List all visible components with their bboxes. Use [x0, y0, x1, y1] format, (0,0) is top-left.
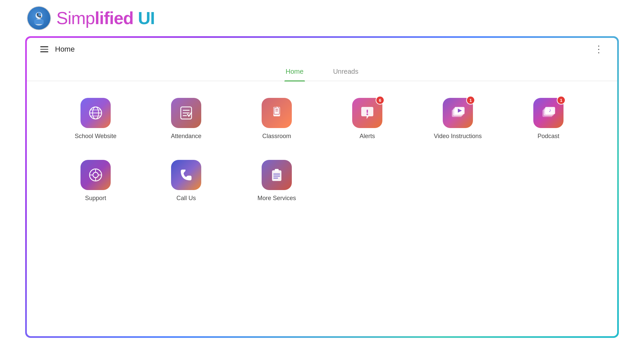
classroom-svg: [269, 105, 285, 121]
more-services-icon: [262, 160, 292, 190]
svg-text:♪: ♪: [549, 107, 551, 113]
classroom-label: Classroom: [262, 133, 291, 140]
podcast-icon-wrap: ♪ 1: [533, 98, 564, 128]
svg-rect-37: [273, 174, 280, 175]
app-attendance[interactable]: Attendance: [144, 98, 228, 140]
apps-grid-row2: Support Call Us: [27, 153, 617, 215]
app-school-website[interactable]: School Website: [54, 98, 138, 140]
attendance-svg: [178, 105, 194, 121]
school-website-icon-wrap: [80, 98, 111, 128]
more-services-label: More Services: [257, 195, 296, 202]
video-instructions-label: Video Instructions: [434, 133, 482, 140]
svg-rect-38: [273, 176, 280, 177]
hamburger-line-1: [40, 46, 48, 47]
header-title: Home: [55, 45, 75, 54]
svg-point-30: [93, 172, 98, 178]
hamburger-line-2: [40, 49, 48, 50]
svg-rect-18: [275, 111, 278, 111]
app-title: Simplified UI: [56, 8, 155, 28]
classroom-icon-wrap: [262, 98, 292, 128]
logo-inner: 📞: [28, 7, 50, 29]
hamburger-line-3: [40, 51, 48, 52]
tabs-bar: Home Unreads: [27, 61, 617, 81]
video-badge: 1: [466, 96, 475, 105]
alerts-svg: [359, 105, 375, 121]
support-icon-wrap: [80, 160, 111, 190]
app-classroom[interactable]: Classroom: [235, 98, 319, 140]
video-instructions-svg: [450, 105, 466, 121]
app-header: Home ⋮: [27, 38, 617, 61]
podcast-label: Podcast: [537, 133, 559, 140]
call-us-icon-wrap: [171, 160, 201, 190]
more-options-button[interactable]: ⋮: [594, 45, 604, 54]
support-label: Support: [85, 195, 106, 202]
alerts-label: Alerts: [360, 133, 375, 140]
more-services-svg: [269, 167, 285, 183]
svg-rect-3: [34, 19, 44, 24]
svg-text:📞: 📞: [37, 13, 42, 18]
svg-point-20: [367, 114, 368, 115]
support-icon: [80, 160, 111, 190]
classroom-icon: [262, 98, 292, 128]
app-support[interactable]: Support: [54, 160, 138, 202]
podcast-svg: ♪: [540, 105, 556, 121]
alerts-badge: 6: [376, 96, 384, 105]
app-more-services[interactable]: More Services: [235, 160, 319, 202]
apps-grid-row1: School Website Attendance: [27, 81, 617, 153]
school-website-icon: [80, 98, 111, 128]
attendance-icon: [171, 98, 201, 128]
header-left: Home: [40, 45, 75, 54]
title-lified: lified: [95, 8, 133, 28]
svg-rect-19: [367, 110, 368, 113]
app-alerts[interactable]: 6 Alerts: [325, 98, 409, 140]
title-ui: UI: [133, 8, 155, 28]
inner-frame: Home ⋮ Home Unreads: [27, 38, 617, 336]
logo-icon: 📞: [31, 10, 47, 26]
tab-home[interactable]: Home: [284, 65, 305, 81]
app-video-instructions[interactable]: 1 Video Instructions: [416, 98, 500, 140]
title-simp: Simp: [56, 8, 95, 28]
outer-frame: Home ⋮ Home Unreads: [25, 36, 619, 338]
more-services-icon-wrap: [262, 160, 292, 190]
podcast-badge: 1: [557, 96, 566, 105]
tab-unreads[interactable]: Unreads: [332, 65, 360, 81]
school-website-svg: [88, 105, 104, 121]
app-podcast[interactable]: ♪ 1 Podcast: [506, 98, 590, 140]
attendance-icon-wrap: [171, 98, 201, 128]
video-instructions-icon-wrap: 1: [443, 98, 473, 128]
alerts-icon-wrap: 6: [352, 98, 382, 128]
svg-rect-39: [273, 178, 278, 179]
svg-rect-17: [275, 109, 278, 110]
logo: 📞: [27, 6, 51, 30]
attendance-label: Attendance: [171, 133, 201, 140]
svg-rect-36: [275, 169, 279, 172]
call-us-svg: [178, 167, 194, 183]
call-us-label: Call Us: [176, 195, 196, 202]
hamburger-menu-button[interactable]: [40, 46, 48, 52]
call-us-icon: [171, 160, 201, 190]
top-bar: 📞 Simplified UI: [0, 0, 644, 36]
svg-rect-14: [273, 107, 280, 116]
school-website-label: School Website: [75, 133, 117, 140]
support-svg: [88, 167, 104, 183]
app-call-us[interactable]: Call Us: [144, 160, 228, 202]
